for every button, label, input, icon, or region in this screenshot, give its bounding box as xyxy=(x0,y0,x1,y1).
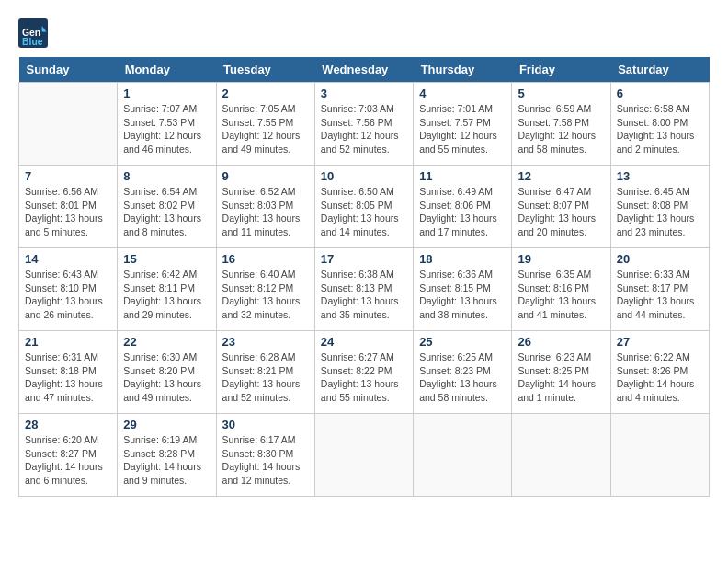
calendar-cell: 9Sunrise: 6:52 AMSunset: 8:03 PMDaylight… xyxy=(216,166,314,248)
day-number: 6 xyxy=(617,86,703,100)
day-number: 1 xyxy=(123,86,210,100)
day-number: 26 xyxy=(518,335,604,349)
day-number: 19 xyxy=(518,252,604,266)
page-header: Gen Blue xyxy=(18,18,710,48)
calendar-cell: 8Sunrise: 6:54 AMSunset: 8:02 PMDaylight… xyxy=(118,166,216,248)
calendar-cell: 24Sunrise: 6:27 AMSunset: 8:22 PMDayligh… xyxy=(314,331,413,414)
cell-info: Sunrise: 6:40 AMSunset: 8:12 PMDaylight:… xyxy=(222,268,309,322)
week-row-1: 7Sunrise: 6:56 AMSunset: 8:01 PMDaylight… xyxy=(19,166,710,248)
header-saturday: Saturday xyxy=(610,57,709,83)
day-number: 9 xyxy=(222,169,309,183)
header-tuesday: Tuesday xyxy=(216,57,314,83)
calendar-cell: 13Sunrise: 6:45 AMSunset: 8:08 PMDayligh… xyxy=(610,166,709,248)
cell-info: Sunrise: 6:20 AMSunset: 8:27 PMDaylight:… xyxy=(25,433,111,488)
logo-icon: Gen Blue xyxy=(18,18,48,48)
cell-info: Sunrise: 6:36 AMSunset: 8:15 PMDaylight:… xyxy=(419,268,506,322)
calendar-cell: 15Sunrise: 6:42 AMSunset: 8:11 PMDayligh… xyxy=(118,248,216,331)
day-number: 5 xyxy=(518,86,604,100)
calendar-cell: 7Sunrise: 6:56 AMSunset: 8:01 PMDaylight… xyxy=(19,166,118,248)
day-number: 23 xyxy=(222,335,309,349)
calendar-cell xyxy=(414,414,512,497)
logo: Gen Blue xyxy=(18,18,51,48)
cell-info: Sunrise: 6:35 AMSunset: 8:16 PMDaylight:… xyxy=(518,268,604,322)
day-number: 21 xyxy=(25,335,111,349)
calendar-body: 1Sunrise: 7:07 AMSunset: 7:53 PMDaylight… xyxy=(19,83,710,497)
day-number: 17 xyxy=(321,252,407,266)
calendar-cell xyxy=(610,414,709,497)
cell-info: Sunrise: 7:03 AMSunset: 7:56 PMDaylight:… xyxy=(321,102,407,156)
cell-info: Sunrise: 6:54 AMSunset: 8:02 PMDaylight:… xyxy=(123,185,210,239)
calendar-cell: 21Sunrise: 6:31 AMSunset: 8:18 PMDayligh… xyxy=(19,331,118,414)
calendar-cell: 12Sunrise: 6:47 AMSunset: 8:07 PMDayligh… xyxy=(512,166,610,248)
cell-info: Sunrise: 6:42 AMSunset: 8:11 PMDaylight:… xyxy=(123,268,210,322)
svg-text:Blue: Blue xyxy=(22,37,43,47)
calendar-cell: 16Sunrise: 6:40 AMSunset: 8:12 PMDayligh… xyxy=(216,248,314,331)
day-number: 8 xyxy=(123,169,210,183)
day-number: 14 xyxy=(25,252,111,266)
day-number: 30 xyxy=(222,418,309,431)
cell-info: Sunrise: 7:01 AMSunset: 7:57 PMDaylight:… xyxy=(419,102,506,156)
week-row-2: 14Sunrise: 6:43 AMSunset: 8:10 PMDayligh… xyxy=(19,248,710,331)
calendar-cell: 17Sunrise: 6:38 AMSunset: 8:13 PMDayligh… xyxy=(314,248,413,331)
day-number: 28 xyxy=(25,418,111,431)
cell-info: Sunrise: 6:19 AMSunset: 8:28 PMDaylight:… xyxy=(123,433,210,488)
header-friday: Friday xyxy=(512,57,610,83)
cell-info: Sunrise: 6:45 AMSunset: 8:08 PMDaylight:… xyxy=(617,185,703,239)
calendar-cell: 4Sunrise: 7:01 AMSunset: 7:57 PMDaylight… xyxy=(414,83,512,166)
header-row: SundayMondayTuesdayWednesdayThursdayFrid… xyxy=(19,57,710,83)
day-number: 7 xyxy=(25,169,111,183)
calendar-cell: 11Sunrise: 6:49 AMSunset: 8:06 PMDayligh… xyxy=(414,166,512,248)
cell-info: Sunrise: 7:07 AMSunset: 7:53 PMDaylight:… xyxy=(123,102,210,156)
cell-info: Sunrise: 6:30 AMSunset: 8:20 PMDaylight:… xyxy=(123,350,210,405)
cell-info: Sunrise: 6:22 AMSunset: 8:26 PMDaylight:… xyxy=(617,350,703,405)
day-number: 15 xyxy=(123,252,210,266)
day-number: 24 xyxy=(321,335,407,349)
calendar-cell: 18Sunrise: 6:36 AMSunset: 8:15 PMDayligh… xyxy=(414,248,512,331)
cell-info: Sunrise: 6:25 AMSunset: 8:23 PMDaylight:… xyxy=(419,350,506,405)
calendar-cell xyxy=(512,414,610,497)
header-monday: Monday xyxy=(118,57,216,83)
cell-info: Sunrise: 7:05 AMSunset: 7:55 PMDaylight:… xyxy=(222,102,309,156)
day-number: 3 xyxy=(321,86,407,100)
calendar-cell: 19Sunrise: 6:35 AMSunset: 8:16 PMDayligh… xyxy=(512,248,610,331)
day-number: 22 xyxy=(123,335,210,349)
day-number: 27 xyxy=(617,335,703,349)
calendar-cell: 30Sunrise: 6:17 AMSunset: 8:30 PMDayligh… xyxy=(216,414,314,497)
calendar-table: SundayMondayTuesdayWednesdayThursdayFrid… xyxy=(18,57,710,497)
calendar-cell: 5Sunrise: 6:59 AMSunset: 7:58 PMDaylight… xyxy=(512,83,610,166)
cell-info: Sunrise: 6:49 AMSunset: 8:06 PMDaylight:… xyxy=(419,185,506,239)
calendar-cell: 28Sunrise: 6:20 AMSunset: 8:27 PMDayligh… xyxy=(19,414,118,497)
day-number: 10 xyxy=(321,169,407,183)
calendar-cell: 27Sunrise: 6:22 AMSunset: 8:26 PMDayligh… xyxy=(610,331,709,414)
day-number: 16 xyxy=(222,252,309,266)
calendar-cell: 20Sunrise: 6:33 AMSunset: 8:17 PMDayligh… xyxy=(610,248,709,331)
cell-info: Sunrise: 6:33 AMSunset: 8:17 PMDaylight:… xyxy=(617,268,703,322)
calendar-cell: 10Sunrise: 6:50 AMSunset: 8:05 PMDayligh… xyxy=(314,166,413,248)
cell-info: Sunrise: 6:52 AMSunset: 8:03 PMDaylight:… xyxy=(222,185,309,239)
calendar-cell: 29Sunrise: 6:19 AMSunset: 8:28 PMDayligh… xyxy=(118,414,216,497)
header-wednesday: Wednesday xyxy=(314,57,413,83)
calendar-cell xyxy=(19,83,118,166)
day-number: 25 xyxy=(419,335,506,349)
day-number: 29 xyxy=(123,418,210,431)
cell-info: Sunrise: 6:50 AMSunset: 8:05 PMDaylight:… xyxy=(321,185,407,239)
day-number: 18 xyxy=(419,252,506,266)
day-number: 11 xyxy=(419,169,506,183)
cell-info: Sunrise: 6:23 AMSunset: 8:25 PMDaylight:… xyxy=(518,350,604,405)
calendar-cell: 22Sunrise: 6:30 AMSunset: 8:20 PMDayligh… xyxy=(118,331,216,414)
calendar-cell: 14Sunrise: 6:43 AMSunset: 8:10 PMDayligh… xyxy=(19,248,118,331)
week-row-0: 1Sunrise: 7:07 AMSunset: 7:53 PMDaylight… xyxy=(19,83,710,166)
cell-info: Sunrise: 6:43 AMSunset: 8:10 PMDaylight:… xyxy=(25,268,111,322)
week-row-4: 28Sunrise: 6:20 AMSunset: 8:27 PMDayligh… xyxy=(19,414,710,497)
week-row-3: 21Sunrise: 6:31 AMSunset: 8:18 PMDayligh… xyxy=(19,331,710,414)
header-sunday: Sunday xyxy=(19,57,118,83)
cell-info: Sunrise: 6:56 AMSunset: 8:01 PMDaylight:… xyxy=(25,185,111,239)
calendar-cell: 26Sunrise: 6:23 AMSunset: 8:25 PMDayligh… xyxy=(512,331,610,414)
calendar-cell: 1Sunrise: 7:07 AMSunset: 7:53 PMDaylight… xyxy=(118,83,216,166)
cell-info: Sunrise: 6:28 AMSunset: 8:21 PMDaylight:… xyxy=(222,350,309,405)
calendar-cell xyxy=(314,414,413,497)
cell-info: Sunrise: 6:27 AMSunset: 8:22 PMDaylight:… xyxy=(321,350,407,405)
cell-info: Sunrise: 6:59 AMSunset: 7:58 PMDaylight:… xyxy=(518,102,604,156)
day-number: 13 xyxy=(617,169,703,183)
day-number: 4 xyxy=(419,86,506,100)
